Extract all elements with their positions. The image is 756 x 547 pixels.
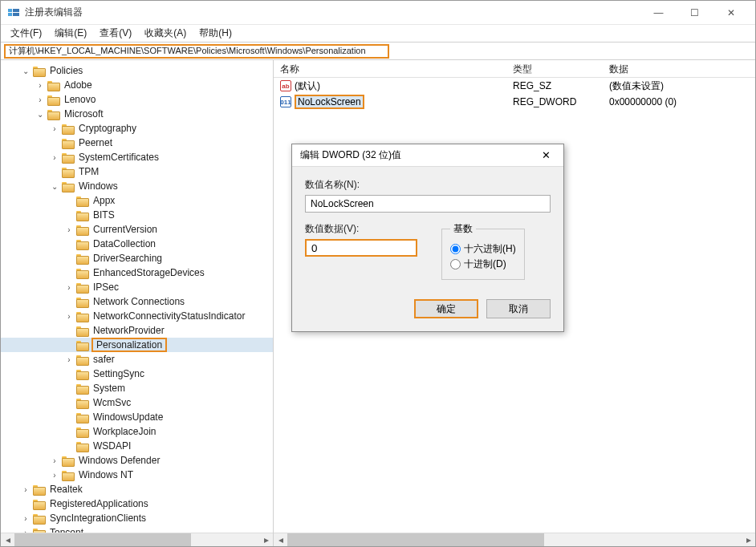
tree-node-datacollection[interactable]: DataCollection <box>1 237 273 251</box>
chevron-right-icon[interactable]: › <box>20 513 31 524</box>
address-input[interactable]: 计算机\HKEY_LOCAL_MACHINE\SOFTWARE\Policies… <box>4 44 389 59</box>
tree-node-bits[interactable]: BITS <box>1 208 273 222</box>
tree-node-safer[interactable]: ›safer <box>1 352 273 367</box>
scroll-right-icon[interactable]: ▸ <box>742 533 755 546</box>
chevron-right-icon[interactable]: › <box>63 224 75 235</box>
tree-node-wcmsvc[interactable]: WcmSvc <box>1 395 273 410</box>
tree-node-microsoft[interactable]: ⌄Microsoft <box>1 107 273 121</box>
table-header: 名称 类型 数据 <box>274 60 755 78</box>
tree-node-personalization[interactable]: Personalization <box>1 338 273 352</box>
chevron-down-icon[interactable]: ⌄ <box>49 180 60 192</box>
menubar: 文件(F) 编辑(E) 查看(V) 收藏夹(A) 帮助(H) <box>1 25 755 43</box>
menu-file[interactable]: 文件(F) <box>6 25 47 42</box>
tree-node-windowsnt[interactable]: ›Windows NT <box>1 468 273 482</box>
tree-node-syncintegrationclients[interactable]: ›SyncIntegrationClients <box>1 511 273 525</box>
chevron-right-icon[interactable]: › <box>49 469 60 480</box>
menu-favorites[interactable]: 收藏夹(A) <box>140 25 191 42</box>
folder-icon <box>76 239 87 249</box>
tree-pane[interactable]: ⌄Policies ›Adobe ›Lenovo ⌄Microsoft ›Cry… <box>1 60 274 546</box>
tree-node-realtek[interactable]: ›Realtek <box>1 482 273 496</box>
folder-icon <box>76 210 87 220</box>
tree-node-currentversion[interactable]: ›CurrentVersion <box>1 222 273 237</box>
chevron-down-icon[interactable]: ⌄ <box>35 108 46 120</box>
tree-node-workplacejoin[interactable]: WorkplaceJoin <box>1 424 273 439</box>
tree-node-tpm[interactable]: TPM <box>1 164 273 179</box>
tree-node-system[interactable]: System <box>1 381 273 395</box>
tree-node-enhancedstoragedevices[interactable]: EnhancedStorageDevices <box>1 265 273 280</box>
tree-node-wsdapi[interactable]: WSDAPI <box>1 439 273 453</box>
column-name[interactable]: 名称 <box>274 60 506 77</box>
scroll-left-icon[interactable]: ◂ <box>1 533 14 546</box>
maximize-button[interactable]: ☐ <box>677 2 713 24</box>
column-data[interactable]: 数据 <box>603 60 755 77</box>
chevron-right-icon[interactable]: › <box>63 310 75 322</box>
folder-icon <box>76 412 87 422</box>
folder-icon <box>76 297 87 306</box>
value-name-field[interactable]: NoLockScreen <box>305 195 551 213</box>
scroll-thumb[interactable] <box>14 533 191 546</box>
folder-icon <box>62 124 73 133</box>
scroll-right-icon[interactable]: ▸ <box>259 533 273 546</box>
close-button[interactable]: ✕ <box>713 2 749 24</box>
minimize-button[interactable]: — <box>640 2 677 24</box>
table-row[interactable]: ab(默认) REG_SZ (数值未设置) <box>274 78 755 94</box>
values-hscrollbar[interactable]: ◂ ▸ <box>274 533 755 546</box>
chevron-down-icon[interactable]: ⌄ <box>20 65 31 76</box>
tree-node-networkconnectivitystatusindicator[interactable]: ›NetworkConnectivityStatusIndicator <box>1 309 273 323</box>
folder-icon <box>33 499 44 509</box>
tree-node-registeredapplications[interactable]: RegisteredApplications <box>1 496 273 511</box>
radio-dec[interactable]: 十进制(D) <box>450 257 516 271</box>
radio-hex-input[interactable] <box>450 244 461 254</box>
tree-node-networkconnections[interactable]: Network Connections <box>1 294 273 309</box>
chevron-right-icon[interactable]: › <box>20 484 31 495</box>
value-data-input[interactable] <box>305 239 417 257</box>
menu-view[interactable]: 查看(V) <box>95 25 136 42</box>
folder-icon <box>62 138 73 148</box>
folder-icon <box>76 355 87 364</box>
cancel-button[interactable]: 取消 <box>486 299 551 318</box>
tree-hscrollbar[interactable]: ◂ ▸ <box>1 533 273 546</box>
folder-icon <box>76 196 87 205</box>
column-type[interactable]: 类型 <box>506 60 603 77</box>
folder-icon <box>76 253 87 263</box>
menu-help[interactable]: 帮助(H) <box>194 25 237 42</box>
dialog-close-button[interactable]: ✕ <box>536 149 555 161</box>
tree-node-adobe[interactable]: ›Adobe <box>1 78 273 92</box>
menu-edit[interactable]: 编辑(E) <box>50 25 91 42</box>
basis-fieldset: 基数 十六进制(H) 十进制(D) <box>441 222 525 280</box>
tree-node-appx[interactable]: Appx <box>1 193 273 208</box>
radio-hex[interactable]: 十六进制(H) <box>450 242 516 256</box>
tree-node-lenovo[interactable]: ›Lenovo <box>1 92 273 107</box>
tree-node-cryptography[interactable]: ›Cryptography <box>1 121 273 136</box>
chevron-right-icon[interactable]: › <box>49 123 60 134</box>
tree-node-systemcertificates[interactable]: ›SystemCertificates <box>1 150 273 164</box>
folder-icon <box>62 470 73 480</box>
tree-node-windowsupdate[interactable]: WindowsUpdate <box>1 410 273 424</box>
tree-node-policies[interactable]: ⌄Policies <box>1 63 273 78</box>
chevron-right-icon[interactable]: › <box>49 152 60 163</box>
tree-node-ipsec[interactable]: ›IPSec <box>1 280 273 294</box>
chevron-right-icon[interactable]: › <box>49 455 60 466</box>
tree-node-windowsdefender[interactable]: ›Windows Defender <box>1 453 273 468</box>
dialog-title: 编辑 DWORD (32 位)值 <box>300 148 536 162</box>
scroll-left-icon[interactable]: ◂ <box>274 533 287 546</box>
tree-node-networkprovider[interactable]: NetworkProvider <box>1 323 273 338</box>
chevron-right-icon[interactable]: › <box>63 354 75 365</box>
chevron-right-icon[interactable]: › <box>35 79 46 91</box>
scroll-thumb[interactable] <box>287 533 544 546</box>
ok-button[interactable]: 确定 <box>414 299 478 318</box>
tree-node-peernet[interactable]: Peernet <box>1 136 273 150</box>
dialog-titlebar[interactable]: 编辑 DWORD (32 位)值 ✕ <box>292 144 563 167</box>
folder-icon <box>76 427 87 436</box>
table-row[interactable]: 011NoLockScreen REG_DWORD 0x00000000 (0) <box>274 94 755 110</box>
folder-icon <box>62 152 73 162</box>
chevron-right-icon[interactable]: › <box>63 282 75 293</box>
tree-node-driversearching[interactable]: DriverSearching <box>1 251 273 265</box>
folder-icon <box>76 268 87 278</box>
chevron-right-icon[interactable]: › <box>35 94 46 105</box>
tree-node-windows[interactable]: ⌄Windows <box>1 179 273 193</box>
radio-dec-input[interactable] <box>450 259 461 269</box>
folder-icon <box>76 369 87 379</box>
tree-node-settingsync[interactable]: SettingSync <box>1 367 273 381</box>
svg-rect-0 <box>8 9 12 12</box>
